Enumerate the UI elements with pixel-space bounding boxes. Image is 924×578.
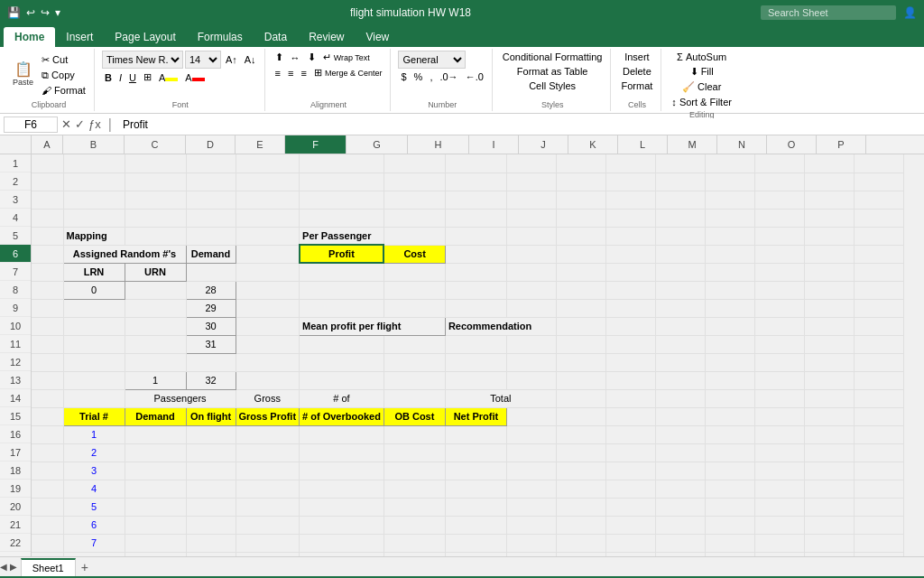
col-header-O[interactable]: O <box>767 135 817 154</box>
cell-A20[interactable] <box>32 498 63 516</box>
cell-D20[interactable] <box>186 498 236 516</box>
cell-I2[interactable] <box>506 172 556 191</box>
cell-K15[interactable] <box>605 407 655 425</box>
cell-O2[interactable] <box>804 172 854 191</box>
cell-E14[interactable]: Gross <box>236 389 300 407</box>
cell-C1[interactable] <box>125 154 186 172</box>
cell-P19[interactable] <box>854 480 903 498</box>
row-number-22[interactable]: 22 <box>0 534 31 552</box>
user-icon[interactable]: 👤 <box>903 6 917 19</box>
cell-D6[interactable]: Demand <box>186 245 236 263</box>
cell-K4[interactable] <box>605 209 655 227</box>
merge-center-button[interactable]: ⊞ Merge & Center <box>311 66 385 79</box>
cell-B5[interactable]: Mapping <box>63 227 125 245</box>
cell-L23[interactable] <box>655 552 705 556</box>
cell-C7[interactable]: URN <box>125 263 186 281</box>
col-header-K[interactable]: K <box>568 135 618 154</box>
cell-J23[interactable] <box>556 552 605 556</box>
cell-L9[interactable] <box>655 299 705 317</box>
cell-H9[interactable] <box>445 299 506 317</box>
cell-J1[interactable] <box>556 154 605 172</box>
cell-E8[interactable] <box>236 281 300 299</box>
save-icon[interactable]: 💾 <box>7 6 21 19</box>
cell-G18[interactable] <box>383 461 445 480</box>
cell-F19[interactable] <box>300 480 384 498</box>
cell-O11[interactable] <box>804 335 854 353</box>
col-header-C[interactable]: C <box>125 135 186 154</box>
cell-E20[interactable] <box>236 498 300 516</box>
cell-F12[interactable] <box>300 353 384 371</box>
cell-A10[interactable] <box>32 317 63 335</box>
col-header-B[interactable]: B <box>63 135 125 154</box>
cell-A7[interactable] <box>32 263 63 281</box>
cell-E17[interactable] <box>236 443 300 461</box>
cell-G1[interactable] <box>383 154 445 172</box>
cell-L17[interactable] <box>655 443 705 461</box>
cell-K6[interactable] <box>605 245 655 263</box>
cell-F4[interactable] <box>300 209 384 227</box>
cell-N18[interactable] <box>754 461 804 480</box>
cell-K8[interactable] <box>605 281 655 299</box>
col-header-E[interactable]: E <box>236 135 285 154</box>
row-number-15[interactable]: 15 <box>0 407 31 425</box>
col-header-N[interactable]: N <box>717 135 767 154</box>
cell-M21[interactable] <box>705 516 754 534</box>
cell-G6[interactable]: Cost <box>383 245 445 263</box>
cell-O6[interactable] <box>804 245 854 263</box>
cell-O4[interactable] <box>804 209 854 227</box>
cell-A15[interactable] <box>32 407 63 425</box>
cell-I11[interactable] <box>506 335 556 353</box>
cell-B23[interactable]: 8 <box>63 552 125 556</box>
cell-G5[interactable] <box>383 227 445 245</box>
cell-B16[interactable]: 1 <box>63 425 125 443</box>
decrease-decimal-button[interactable]: ←.0 <box>463 70 486 83</box>
cell-M7[interactable] <box>705 263 754 281</box>
cell-G14[interactable] <box>383 389 445 407</box>
cell-K14[interactable] <box>605 389 655 407</box>
row-number-2[interactable]: 2 <box>0 172 31 191</box>
cell-L7[interactable] <box>655 263 705 281</box>
cell-I22[interactable] <box>506 534 556 552</box>
cell-H2[interactable] <box>445 172 506 191</box>
cell-I12[interactable] <box>506 353 556 371</box>
cell-B8[interactable]: 0 <box>63 281 125 299</box>
row-number-21[interactable]: 21 <box>0 516 31 534</box>
cell-I4[interactable] <box>506 209 556 227</box>
cell-B3[interactable] <box>63 191 125 209</box>
cell-L16[interactable] <box>655 425 705 443</box>
row-number-18[interactable]: 18 <box>0 461 31 480</box>
cell-J11[interactable] <box>556 335 605 353</box>
cell-E12[interactable] <box>236 353 300 371</box>
cell-H21[interactable] <box>445 516 506 534</box>
cell-L14[interactable] <box>655 389 705 407</box>
cell-J7[interactable] <box>556 263 605 281</box>
align-middle-button[interactable]: ↔ <box>288 51 303 64</box>
cell-C22[interactable] <box>125 534 186 552</box>
cell-F3[interactable] <box>300 191 384 209</box>
cell-B7[interactable]: LRN <box>63 263 125 281</box>
cell-I21[interactable] <box>506 516 556 534</box>
cell-E5[interactable] <box>236 227 300 245</box>
cell-J15[interactable] <box>556 407 605 425</box>
cell-M1[interactable] <box>705 154 754 172</box>
cell-K7[interactable] <box>605 263 655 281</box>
cell-E19[interactable] <box>236 480 300 498</box>
increase-font-button[interactable]: A↑ <box>223 53 240 66</box>
cell-N21[interactable] <box>754 516 804 534</box>
cell-G3[interactable] <box>383 191 445 209</box>
cell-A18[interactable] <box>32 461 63 480</box>
cell-P1[interactable] <box>854 154 903 172</box>
cell-H16[interactable] <box>445 425 506 443</box>
cell-I16[interactable] <box>506 425 556 443</box>
sheet-tab-sheet1[interactable]: Sheet1 <box>21 558 76 576</box>
cell-F10[interactable]: Mean profit per flight <box>300 317 446 335</box>
redo-icon[interactable]: ↪ <box>41 6 50 19</box>
cell-A13[interactable] <box>32 371 63 389</box>
cell-E16[interactable] <box>236 425 300 443</box>
cell-D4[interactable] <box>186 209 236 227</box>
cell-H5[interactable] <box>445 227 506 245</box>
cell-D7[interactable] <box>186 263 236 281</box>
cell-K10[interactable] <box>605 317 655 335</box>
cell-J4[interactable] <box>556 209 605 227</box>
add-sheet-button[interactable]: + <box>76 560 94 574</box>
